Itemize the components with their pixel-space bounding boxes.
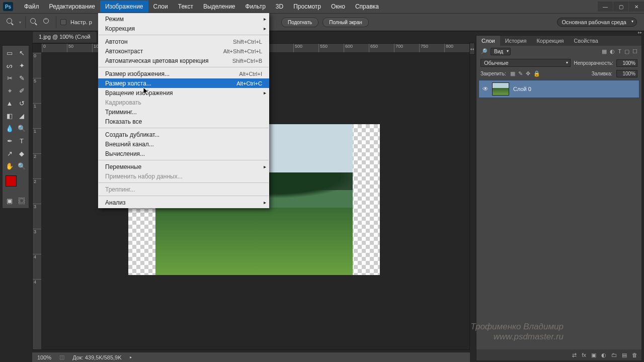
- marquee-tool-icon[interactable]: ↖: [16, 47, 28, 59]
- document-tab[interactable]: 1.jpg @ 100% (Слой: [32, 31, 97, 43]
- menu-фильтр[interactable]: Фильтр: [240, 1, 271, 13]
- layer-row[interactable]: 👁 Слой 0: [478, 80, 639, 98]
- lock-label: Закрепить:: [480, 71, 506, 76]
- opacity-label: Непрозрачность:: [574, 60, 613, 66]
- menu-item[interactable]: АвтотонShift+Ctrl+L: [98, 37, 269, 46]
- layer-visibility-icon[interactable]: 👁: [479, 85, 492, 93]
- new-layer-icon[interactable]: ▤: [622, 352, 627, 358]
- menu-3d[interactable]: 3D: [271, 1, 288, 13]
- menu-item[interactable]: АвтоконтрастAlt+Shift+Ctrl+L: [98, 46, 269, 56]
- crop-tool-icon[interactable]: ✂: [4, 72, 16, 84]
- menu-окно[interactable]: Окно: [326, 1, 350, 13]
- status-arrow-icon[interactable]: ▸: [130, 355, 132, 359]
- menu-редактирование[interactable]: Редактирование: [44, 1, 100, 13]
- document-tabs: 1.jpg @ 100% (Слой: [32, 31, 97, 43]
- app-menubar: Ps ФайлРедактированиеИзображениеСлоиТекс…: [0, 0, 644, 13]
- menu-item[interactable]: Анализ: [98, 198, 269, 207]
- panel-tab[interactable]: Слои: [476, 36, 500, 46]
- layer-kind-dropdown[interactable]: Вид: [491, 48, 511, 55]
- filter-smart-icon[interactable]: ☐: [632, 48, 637, 55]
- menu-изображение[interactable]: Изображение: [100, 1, 148, 13]
- menu-item[interactable]: Показать все: [98, 117, 269, 126]
- lock-image-icon[interactable]: ✎: [518, 70, 523, 77]
- eyedropper-tool-icon[interactable]: ✎: [16, 72, 28, 84]
- link-layers-icon[interactable]: ⇄: [572, 352, 577, 358]
- wand-tool-icon[interactable]: ✦: [16, 59, 28, 72]
- path-tool-icon[interactable]: ↗: [4, 147, 16, 160]
- menu-файл[interactable]: Файл: [19, 1, 44, 13]
- layer-thumbnail[interactable]: [492, 82, 509, 96]
- quickmask-icon[interactable]: ▣: [4, 195, 16, 207]
- move-tool-icon[interactable]: ▭: [4, 47, 16, 59]
- menu-item[interactable]: Создать дубликат...: [98, 130, 269, 139]
- menu-справка[interactable]: Справка: [350, 1, 384, 13]
- filter-adjust-icon[interactable]: ◐: [610, 48, 615, 55]
- stamp-tool-icon[interactable]: ▲: [4, 97, 16, 110]
- eraser-tool-icon[interactable]: ◧: [4, 110, 16, 122]
- menu-item[interactable]: Коррекция: [98, 24, 269, 33]
- menu-слои[interactable]: Слои: [148, 1, 173, 13]
- status-bar: 100% ◫ Док: 439,5K/585,9K ▸: [32, 352, 470, 362]
- hand-tool-icon[interactable]: ✋: [4, 160, 16, 172]
- panel-tab[interactable]: Коррекция: [531, 36, 569, 46]
- close-button[interactable]: ✕: [629, 2, 644, 12]
- new-group-icon[interactable]: 🗀: [611, 352, 617, 358]
- lock-transparent-icon[interactable]: ▦: [510, 70, 515, 77]
- menu-item[interactable]: Размер изображения...Alt+Ctrl+I: [98, 69, 269, 78]
- fullscreen-button[interactable]: Полный экран: [323, 18, 369, 27]
- fill-input[interactable]: 100%: [616, 70, 637, 77]
- workspace-dropdown[interactable]: Основная рабочая среда: [557, 18, 637, 27]
- layer-mask-icon[interactable]: ▣: [591, 352, 596, 358]
- maximize-button[interactable]: ▢: [613, 2, 628, 12]
- toolbox: ▭↖ ᔕ✦ ✂✎ ⌖✐ ▲↺ ◧◢ 💧🔍 ✒T ↗◆ ✋🔍 ▣⿴: [2, 45, 29, 209]
- screenmode-icon[interactable]: ⿴: [16, 195, 28, 207]
- pen-tool-icon[interactable]: ✒: [4, 135, 16, 147]
- lasso-tool-icon[interactable]: ᔕ: [4, 59, 16, 72]
- zoom-out-icon[interactable]: [43, 18, 52, 27]
- ruler-vertical: 0511223344: [33, 53, 42, 349]
- blend-mode-dropdown[interactable]: Обычные: [480, 59, 571, 67]
- history-brush-tool-icon[interactable]: ↺: [16, 97, 28, 110]
- menu-item[interactable]: Режим: [98, 14, 269, 24]
- resize-windows-checkbox[interactable]: [60, 19, 66, 25]
- filter-type-icon[interactable]: T: [618, 48, 621, 55]
- menu-item[interactable]: Вычисления...: [98, 149, 269, 158]
- color-swatches[interactable]: [4, 174, 29, 195]
- minimize-button[interactable]: —: [598, 2, 613, 12]
- menu-item[interactable]: Автоматическая цветовая коррекцияShift+C…: [98, 56, 269, 65]
- menu-item[interactable]: Переменные: [98, 162, 269, 171]
- fit-screen-button[interactable]: Подогнать: [281, 18, 318, 27]
- filter-shape-icon[interactable]: ▢: [624, 48, 629, 55]
- zoom-level[interactable]: 100%: [37, 354, 51, 360]
- type-tool-icon[interactable]: T: [16, 135, 28, 147]
- menu-item[interactable]: Размер холста...Alt+Ctrl+C: [98, 78, 269, 88]
- blur-tool-icon[interactable]: 💧: [4, 122, 16, 135]
- filter-pixel-icon[interactable]: ▦: [602, 48, 607, 55]
- new-fill-icon[interactable]: ◐: [601, 352, 606, 358]
- status-extra-icon[interactable]: ◫: [59, 354, 64, 360]
- delete-layer-icon[interactable]: 🗑: [632, 352, 637, 358]
- zoom-tool-icon[interactable]: 🔍: [16, 160, 28, 172]
- bucket-tool-icon[interactable]: ◢: [16, 110, 28, 122]
- menu-текст[interactable]: Текст: [173, 1, 198, 13]
- lock-all-icon[interactable]: 🔒: [533, 70, 540, 77]
- menu-item[interactable]: Вращение изображения: [98, 88, 269, 98]
- layer-style-icon[interactable]: fx: [582, 352, 586, 358]
- shape-tool-icon[interactable]: ◆: [16, 147, 28, 160]
- layer-name[interactable]: Слой 0: [513, 86, 531, 92]
- brush-tool-icon[interactable]: ✐: [16, 84, 28, 97]
- panel-tab[interactable]: Свойства: [569, 36, 603, 46]
- lock-position-icon[interactable]: ✥: [526, 70, 530, 77]
- healing-tool-icon[interactable]: ⌖: [4, 84, 16, 97]
- zoom-in-icon[interactable]: [30, 18, 39, 27]
- dodge-tool-icon[interactable]: 🔍: [16, 122, 28, 135]
- fg-color-swatch[interactable]: [6, 175, 17, 187]
- opacity-input[interactable]: 100%: [616, 59, 637, 67]
- panel-tab[interactable]: История: [500, 36, 532, 46]
- menu-просмотр[interactable]: Просмотр: [288, 1, 326, 13]
- menu-item[interactable]: Внешний канал...: [98, 139, 269, 149]
- menu-item: Треппинг...: [98, 185, 269, 194]
- menu-item[interactable]: Тримминг...: [98, 107, 269, 117]
- current-tool-icon: [6, 18, 15, 27]
- menu-выделение[interactable]: Выделение: [198, 1, 240, 13]
